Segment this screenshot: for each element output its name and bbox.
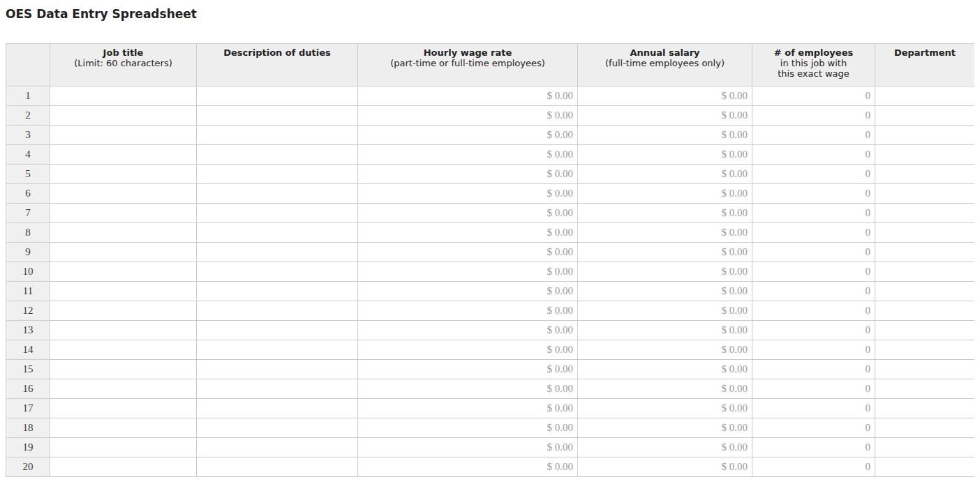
job-title-cell[interactable]: [50, 126, 197, 145]
job-title-cell[interactable]: [50, 321, 197, 340]
employees-cell[interactable]: 0: [752, 243, 875, 262]
annual-salary-cell[interactable]: $ 0.00: [578, 360, 752, 379]
annual-salary-cell[interactable]: $ 0.00: [578, 301, 752, 321]
department-cell[interactable]: [875, 262, 975, 282]
annual-salary-cell[interactable]: $ 0.00: [578, 223, 752, 243]
department-cell[interactable]: [875, 399, 975, 418]
annual-salary-cell[interactable]: $ 0.00: [578, 86, 752, 106]
hourly-wage-cell[interactable]: $ 0.00: [358, 340, 578, 360]
employees-cell[interactable]: 0: [752, 399, 875, 418]
employees-cell[interactable]: 0: [752, 106, 875, 126]
description-cell[interactable]: [197, 379, 358, 399]
employees-cell[interactable]: 0: [752, 184, 875, 204]
department-cell[interactable]: [875, 145, 975, 165]
employees-cell[interactable]: 0: [752, 418, 875, 438]
annual-salary-cell[interactable]: $ 0.00: [578, 340, 752, 360]
description-cell[interactable]: [197, 262, 358, 282]
hourly-wage-cell[interactable]: $ 0.00: [358, 204, 578, 223]
annual-salary-cell[interactable]: $ 0.00: [578, 418, 752, 438]
annual-salary-cell[interactable]: $ 0.00: [578, 457, 752, 477]
annual-salary-cell[interactable]: $ 0.00: [578, 184, 752, 204]
department-cell[interactable]: [875, 340, 975, 360]
job-title-cell[interactable]: [50, 340, 197, 360]
employees-cell[interactable]: 0: [752, 165, 875, 184]
annual-salary-cell[interactable]: $ 0.00: [578, 438, 752, 457]
department-cell[interactable]: [875, 86, 975, 106]
hourly-wage-cell[interactable]: $ 0.00: [358, 418, 578, 438]
hourly-wage-cell[interactable]: $ 0.00: [358, 457, 578, 477]
job-title-cell[interactable]: [50, 301, 197, 321]
description-cell[interactable]: [197, 204, 358, 223]
hourly-wage-cell[interactable]: $ 0.00: [358, 184, 578, 204]
hourly-wage-cell[interactable]: $ 0.00: [358, 145, 578, 165]
job-title-cell[interactable]: [50, 86, 197, 106]
job-title-cell[interactable]: [50, 379, 197, 399]
department-cell[interactable]: [875, 282, 975, 301]
hourly-wage-cell[interactable]: $ 0.00: [358, 282, 578, 301]
job-title-cell[interactable]: [50, 438, 197, 457]
description-cell[interactable]: [197, 321, 358, 340]
description-cell[interactable]: [197, 301, 358, 321]
hourly-wage-cell[interactable]: $ 0.00: [358, 126, 578, 145]
department-cell[interactable]: [875, 301, 975, 321]
job-title-cell[interactable]: [50, 457, 197, 477]
job-title-cell[interactable]: [50, 184, 197, 204]
employees-cell[interactable]: 0: [752, 282, 875, 301]
description-cell[interactable]: [197, 399, 358, 418]
employees-cell[interactable]: 0: [752, 340, 875, 360]
description-cell[interactable]: [197, 126, 358, 145]
hourly-wage-cell[interactable]: $ 0.00: [358, 321, 578, 340]
department-cell[interactable]: [875, 457, 975, 477]
description-cell[interactable]: [197, 223, 358, 243]
employees-cell[interactable]: 0: [752, 223, 875, 243]
department-cell[interactable]: [875, 379, 975, 399]
hourly-wage-cell[interactable]: $ 0.00: [358, 379, 578, 399]
employees-cell[interactable]: 0: [752, 457, 875, 477]
description-cell[interactable]: [197, 457, 358, 477]
job-title-cell[interactable]: [50, 145, 197, 165]
employees-cell[interactable]: 0: [752, 379, 875, 399]
description-cell[interactable]: [197, 243, 358, 262]
department-cell[interactable]: [875, 165, 975, 184]
employees-cell[interactable]: 0: [752, 262, 875, 282]
department-cell[interactable]: [875, 418, 975, 438]
job-title-cell[interactable]: [50, 360, 197, 379]
job-title-cell[interactable]: [50, 165, 197, 184]
hourly-wage-cell[interactable]: $ 0.00: [358, 399, 578, 418]
department-cell[interactable]: [875, 438, 975, 457]
department-cell[interactable]: [875, 360, 975, 379]
hourly-wage-cell[interactable]: $ 0.00: [358, 438, 578, 457]
job-title-cell[interactable]: [50, 106, 197, 126]
employees-cell[interactable]: 0: [752, 204, 875, 223]
annual-salary-cell[interactable]: $ 0.00: [578, 106, 752, 126]
annual-salary-cell[interactable]: $ 0.00: [578, 243, 752, 262]
description-cell[interactable]: [197, 438, 358, 457]
annual-salary-cell[interactable]: $ 0.00: [578, 145, 752, 165]
description-cell[interactable]: [197, 165, 358, 184]
job-title-cell[interactable]: [50, 282, 197, 301]
department-cell[interactable]: [875, 321, 975, 340]
hourly-wage-cell[interactable]: $ 0.00: [358, 360, 578, 379]
description-cell[interactable]: [197, 360, 358, 379]
description-cell[interactable]: [197, 106, 358, 126]
annual-salary-cell[interactable]: $ 0.00: [578, 165, 752, 184]
department-cell[interactable]: [875, 204, 975, 223]
department-cell[interactable]: [875, 106, 975, 126]
employees-cell[interactable]: 0: [752, 301, 875, 321]
hourly-wage-cell[interactable]: $ 0.00: [358, 243, 578, 262]
employees-cell[interactable]: 0: [752, 126, 875, 145]
employees-cell[interactable]: 0: [752, 321, 875, 340]
department-cell[interactable]: [875, 223, 975, 243]
employees-cell[interactable]: 0: [752, 360, 875, 379]
annual-salary-cell[interactable]: $ 0.00: [578, 399, 752, 418]
job-title-cell[interactable]: [50, 243, 197, 262]
hourly-wage-cell[interactable]: $ 0.00: [358, 106, 578, 126]
job-title-cell[interactable]: [50, 223, 197, 243]
department-cell[interactable]: [875, 126, 975, 145]
annual-salary-cell[interactable]: $ 0.00: [578, 262, 752, 282]
annual-salary-cell[interactable]: $ 0.00: [578, 321, 752, 340]
description-cell[interactable]: [197, 418, 358, 438]
description-cell[interactable]: [197, 282, 358, 301]
job-title-cell[interactable]: [50, 399, 197, 418]
job-title-cell[interactable]: [50, 204, 197, 223]
